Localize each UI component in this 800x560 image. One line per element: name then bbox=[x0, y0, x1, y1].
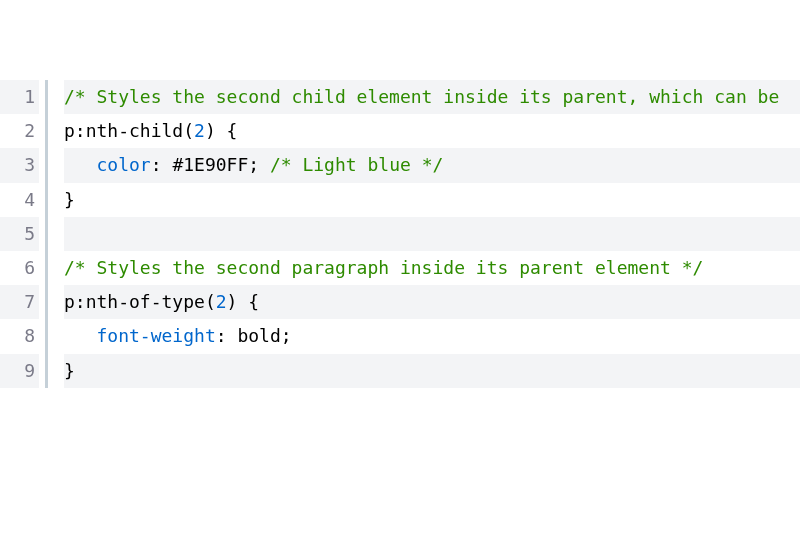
line-number: 5 bbox=[0, 217, 39, 251]
code-line[interactable]: } bbox=[64, 354, 800, 388]
token: ) bbox=[205, 120, 216, 141]
token: p:nth-of-type bbox=[64, 291, 205, 312]
token: 2 bbox=[216, 291, 227, 312]
code-line[interactable]: } bbox=[64, 183, 800, 217]
token: { bbox=[248, 291, 259, 312]
token bbox=[64, 325, 97, 346]
line-number: 2 bbox=[0, 114, 39, 148]
code-line[interactable] bbox=[64, 217, 800, 251]
line-number: 4 bbox=[0, 183, 39, 217]
code-line[interactable]: p:nth-of-type(2) { bbox=[64, 285, 800, 319]
code-line[interactable]: /* Styles the second child element insid… bbox=[64, 80, 800, 114]
token: ) bbox=[227, 291, 238, 312]
token: : bbox=[216, 325, 238, 346]
token: p:nth-child bbox=[64, 120, 183, 141]
token: { bbox=[227, 120, 238, 141]
code-area[interactable]: /* Styles the second child element insid… bbox=[48, 80, 800, 388]
token: } bbox=[64, 360, 75, 381]
token bbox=[237, 291, 248, 312]
token bbox=[216, 120, 227, 141]
code-line[interactable]: color: #1E90FF; /* Light blue */ bbox=[64, 148, 800, 182]
token: : bbox=[151, 154, 173, 175]
token: bold bbox=[237, 325, 280, 346]
line-number: 7 bbox=[0, 285, 39, 319]
token: ( bbox=[183, 120, 194, 141]
token bbox=[64, 154, 97, 175]
token: /* Styles the second paragraph inside it… bbox=[64, 257, 703, 278]
token: color bbox=[97, 154, 151, 175]
token: ; bbox=[281, 325, 292, 346]
line-number: 8 bbox=[0, 319, 39, 353]
line-number-gutter: 123456789 bbox=[0, 80, 48, 388]
token: /* Light blue */ bbox=[270, 154, 443, 175]
code-editor: 123456789 /* Styles the second child ele… bbox=[0, 80, 800, 388]
token: #1E90FF bbox=[172, 154, 248, 175]
code-line[interactable]: p:nth-child(2) { bbox=[64, 114, 800, 148]
token: ( bbox=[205, 291, 216, 312]
token: /* Styles the second child element insid… bbox=[64, 86, 779, 107]
token: 2 bbox=[194, 120, 205, 141]
line-number: 6 bbox=[0, 251, 39, 285]
code-line[interactable]: font-weight: bold; bbox=[64, 319, 800, 353]
token: font-weight bbox=[97, 325, 216, 346]
line-number: 1 bbox=[0, 80, 39, 114]
code-line[interactable]: /* Styles the second paragraph inside it… bbox=[64, 251, 800, 285]
token: ; bbox=[248, 154, 270, 175]
line-number: 9 bbox=[0, 354, 39, 388]
token: } bbox=[64, 189, 75, 210]
line-number: 3 bbox=[0, 148, 39, 182]
